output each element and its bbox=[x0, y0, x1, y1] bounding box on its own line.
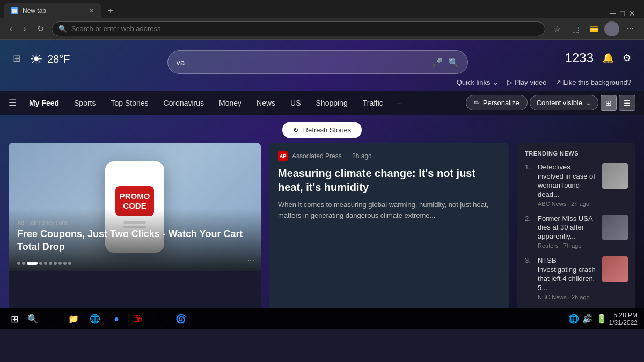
second-article-card: AP Associated Press · 2h ago Measuring c… bbox=[269, 143, 509, 308]
weather-icon-top: ☀ bbox=[30, 50, 43, 68]
edit-pencil-icon: ✏ bbox=[474, 99, 480, 107]
main-article-image: PROMOCODE Ad · joinhoney.com Free Coupon… bbox=[9, 143, 261, 271]
taskbar-app-chrome[interactable]: ● bbox=[107, 309, 126, 329]
ap-source-logo: AP bbox=[278, 151, 288, 161]
wallet-icon[interactable]: 💳 bbox=[586, 21, 601, 36]
search-icon: 🔍 bbox=[58, 25, 67, 33]
tab-coronavirus[interactable]: Coronavirus bbox=[157, 94, 210, 112]
tab-favicon: ⬜ bbox=[11, 7, 18, 14]
taskbar-system-icons: ⌃ 🌐 🔊 🔋 bbox=[558, 314, 607, 324]
taskbar: ⊞ 🔍 ⊡ 📁 🌐 ● 🗜 🖼 🌀 ⌃ 🌐 🔊 🔋 5:28 PM 1/31/2… bbox=[0, 308, 644, 329]
search-submit-icon[interactable]: 🔍 bbox=[448, 57, 459, 68]
article-more-button[interactable]: ··· bbox=[247, 255, 254, 265]
main-article-title: Free Coupons, Just Two Clicks - Watch Yo… bbox=[17, 228, 252, 253]
taskbar-app-browser2[interactable]: 🌀 bbox=[171, 309, 191, 329]
content-nav-tabs: ☰ My Feed Sports Top Stories Coronavirus… bbox=[0, 91, 644, 115]
tab-money[interactable]: Money bbox=[213, 94, 248, 112]
quick-links-bar: Quick links ⌄ ▷ Play video ↗ Like this b… bbox=[0, 74, 644, 91]
refresh-circle-icon: ↻ bbox=[293, 126, 299, 134]
second-article-title[interactable]: Measuring climate change: It's not just … bbox=[278, 166, 500, 194]
taskbar-network-icon[interactable]: 🌐 bbox=[568, 314, 579, 324]
main-search-input[interactable] bbox=[177, 58, 427, 67]
tab-news[interactable]: News bbox=[250, 94, 282, 112]
taskbar-volume-icon[interactable]: 🔊 bbox=[582, 314, 593, 324]
personalize-button[interactable]: ✏ Personalize bbox=[466, 95, 528, 110]
more-tabs-button[interactable]: ··· bbox=[392, 97, 407, 109]
browser-nav-icons: ☆ ⬚ 💳 ⋯ bbox=[550, 21, 638, 36]
play-icon: ▷ bbox=[507, 78, 513, 86]
top-right-widgets: 1233 🔔 ⚙ bbox=[565, 50, 631, 65]
trending-source-1: ABC News · 2h ago bbox=[538, 201, 597, 207]
main-search-bar[interactable]: 🎤 🔍 bbox=[167, 50, 468, 74]
trending-source-3: NBC News · 2h ago bbox=[538, 294, 597, 300]
dropdown-chevron-icon: ⌄ bbox=[586, 99, 591, 107]
tab-top-stories[interactable]: Top Stories bbox=[104, 94, 155, 112]
address-bar[interactable]: 🔍 bbox=[52, 21, 545, 36]
play-video-button[interactable]: ▷ Play video bbox=[507, 78, 547, 86]
tab-my-feed[interactable]: My Feed bbox=[23, 94, 65, 112]
address-input[interactable] bbox=[71, 25, 538, 33]
main-background: ⊞ ☀ 28°F 🎤 🔍 1233 🔔 ⚙ Quick links ⌄ ▷ Pl… bbox=[0, 40, 644, 308]
new-tab-button[interactable]: + bbox=[103, 3, 118, 18]
browser-tab[interactable]: ⬜ New tab ✕ bbox=[4, 3, 101, 18]
article-source-row: AP Associated Press · 2h ago bbox=[278, 151, 500, 161]
settings-gear-icon[interactable]: ⚙ bbox=[623, 52, 631, 64]
start-button[interactable]: ⊞ bbox=[6, 311, 23, 327]
profile-avatar[interactable] bbox=[604, 21, 619, 36]
favorites-icon[interactable]: ☆ bbox=[550, 21, 565, 36]
ad-label: Ad · joinhoney.com bbox=[17, 219, 252, 226]
trending-item-2: 2. Former Miss USA dies at 30 after appa… bbox=[525, 215, 628, 249]
taskbar-app-file-explorer[interactable]: 📁 bbox=[64, 309, 83, 329]
main-article-card: PROMOCODE Ad · joinhoney.com Free Coupon… bbox=[9, 143, 261, 308]
notification-bell-icon[interactable]: 🔔 bbox=[602, 52, 614, 64]
tab-shopping[interactable]: Shopping bbox=[310, 94, 354, 112]
trending-headline-2[interactable]: Former Miss USA dies at 30 after apparen… bbox=[538, 215, 597, 242]
refresh-button[interactable]: ↻ bbox=[34, 21, 47, 36]
minimize-button[interactable]: ─ bbox=[610, 9, 616, 18]
collections-icon[interactable]: ⬚ bbox=[568, 21, 583, 36]
trending-news-title: TRENDING NEWS bbox=[525, 150, 628, 157]
grid-apps-icon[interactable]: ⊞ bbox=[13, 53, 21, 64]
trending-img-1 bbox=[602, 163, 628, 189]
settings-icon[interactable]: ⋯ bbox=[623, 21, 638, 36]
taskbar-app-widgets[interactable]: ⊡ bbox=[42, 309, 62, 329]
search-container: 🎤 🔍 bbox=[89, 50, 545, 74]
taskbar-search-button[interactable]: 🔍 bbox=[25, 312, 40, 327]
quick-links-button[interactable]: Quick links ⌄ bbox=[457, 78, 499, 86]
like-background-button[interactable]: ↗ Like this background? bbox=[555, 78, 631, 86]
hamburger-menu-icon[interactable]: ☰ bbox=[9, 98, 16, 108]
view-toggle-buttons: ⊞ ☰ bbox=[601, 95, 635, 111]
maximize-button[interactable]: □ bbox=[620, 9, 625, 18]
taskbar-app-edge[interactable]: 🌐 bbox=[85, 309, 105, 329]
trending-item-1: 1. Detectives involved in case of woman … bbox=[525, 163, 628, 207]
refresh-stories-button[interactable]: ↻ Refresh Stories bbox=[282, 122, 362, 138]
list-view-button[interactable]: ☰ bbox=[619, 95, 635, 111]
taskbar-app-winrar[interactable]: 🗜 bbox=[128, 309, 148, 329]
navigation-bar: ‹ › ↻ 🔍 ☆ ⬚ 💳 ⋯ bbox=[0, 18, 644, 40]
refresh-container: ↻ Refresh Stories bbox=[0, 115, 644, 143]
article-overlay: Ad · joinhoney.com Free Coupons, Just Tw… bbox=[9, 209, 261, 271]
tab-close-button[interactable]: ✕ bbox=[89, 7, 94, 14]
content-visible-dropdown[interactable]: Content visible ⌄ bbox=[530, 95, 598, 110]
tab-traffic[interactable]: Traffic bbox=[356, 94, 390, 112]
taskbar-clock[interactable]: 5:28 PM 1/31/2022 bbox=[609, 312, 638, 327]
grid-view-button[interactable]: ⊞ bbox=[601, 95, 617, 111]
taskbar-battery-icon[interactable]: 🔋 bbox=[596, 314, 607, 324]
second-article-description: When it comes to measuring global warmin… bbox=[278, 200, 500, 304]
trending-headline-3[interactable]: NTSB investigating crash that left 4 chi… bbox=[538, 256, 597, 293]
clock-display: 1233 bbox=[565, 50, 594, 65]
tab-us[interactable]: US bbox=[284, 94, 307, 112]
back-button[interactable]: ‹ bbox=[6, 22, 16, 36]
forward-button[interactable]: › bbox=[20, 22, 29, 36]
trending-item-3: 3. NTSB investigating crash that left 4 … bbox=[525, 256, 628, 300]
weather-widget-top: ☀ 28°F bbox=[30, 50, 70, 68]
chevron-down-icon: ⌄ bbox=[493, 78, 499, 86]
taskbar-app-gallery[interactable]: 🖼 bbox=[150, 309, 169, 329]
tab-sports[interactable]: Sports bbox=[68, 94, 102, 112]
close-window-button[interactable]: ✕ bbox=[629, 9, 635, 18]
trending-headline-1[interactable]: Detectives involved in case of woman fou… bbox=[538, 163, 597, 200]
trending-img-3 bbox=[602, 256, 628, 282]
taskbar-up-arrow-icon[interactable]: ⌃ bbox=[558, 314, 565, 324]
mic-icon[interactable]: 🎤 bbox=[432, 57, 443, 68]
top-widgets-row: ⊞ ☀ 28°F 🎤 🔍 1233 🔔 ⚙ bbox=[0, 40, 644, 74]
